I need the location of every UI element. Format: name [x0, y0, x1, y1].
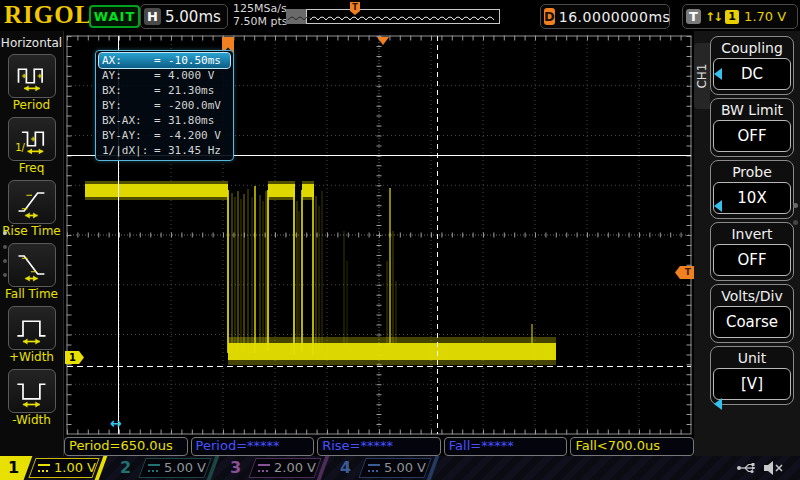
left-measure-menu: Horizontal Period 1/ Freq — [0, 31, 64, 456]
rise-time-button[interactable] — [8, 180, 56, 224]
cursor-bx-line[interactable] — [437, 36, 438, 434]
preview-squiggle — [286, 9, 500, 24]
cursor-drag-icon[interactable]: ↔ — [110, 415, 122, 431]
channel1-indicator[interactable]: 1 1.00 V — [0, 456, 108, 480]
channel2-number: 2 — [120, 458, 131, 478]
cursor-measurement-panel: AX: = -10.50ms AY: = 4.000 V BX: = 21.30… — [95, 50, 234, 161]
channel4-number: 4 — [340, 458, 351, 478]
freq-label: Freq — [0, 161, 63, 176]
channel-menu-tab: CH1 — [694, 43, 710, 109]
cursor-row-ay: AY: = 4.000 V — [99, 68, 230, 83]
channel1-number: 1 — [8, 458, 19, 478]
cursor-row-freq: 1/|dX|: = 31.45 Hz — [99, 143, 230, 158]
measurement-rise[interactable]: Rise=***** — [317, 437, 441, 456]
cursor-row-bxax: BX-AX: = 31.80ms — [99, 113, 230, 128]
rise-time-label: Rise Time — [0, 224, 63, 239]
period-button[interactable] — [8, 54, 56, 98]
menu-item-bw-limit[interactable]: BW Limit OFF — [710, 98, 794, 157]
graticule: ↔ T 1 AX: = -10.50ms AY: = 4.000 V BX: =… — [64, 31, 694, 437]
channel3-indicator[interactable]: 3 2.00 V — [222, 456, 328, 480]
dc-coupling-icon — [258, 464, 270, 472]
channel4-scale: 5.00 V — [384, 460, 426, 476]
speaker-muted-icon — [763, 460, 785, 480]
measurement-period1[interactable]: Period=650.0us — [64, 437, 188, 456]
trigger-level-value: 1.70 V — [744, 9, 786, 24]
cursor-row-byay: BY-AY: = -4.200 V — [99, 128, 230, 143]
dc-coupling-icon — [368, 464, 380, 472]
channel1-scale: 1.00 V — [54, 460, 96, 476]
cursor-row-by: BY: = -200.0mV — [99, 98, 230, 113]
channel3-number: 3 — [230, 458, 241, 478]
channel2-indicator[interactable]: 2 5.00 V — [112, 456, 218, 480]
trigger-key-icon: T — [686, 9, 701, 24]
timebase-value: 5.00ms — [165, 8, 221, 26]
freq-button[interactable]: 1/ — [8, 117, 56, 161]
trigger-readout[interactable]: T ↑↓ 1 1.70 V — [682, 4, 798, 29]
fall-time-icon — [14, 248, 50, 282]
menu-item-probe[interactable]: Probe 10X — [710, 160, 794, 219]
expand-arrow-icon — [714, 68, 722, 80]
delay-value: 16.0000000ms — [559, 9, 671, 25]
dc-coupling-icon — [148, 464, 160, 472]
h-key-icon: H — [144, 8, 161, 25]
acquisition-info: 125MSa/s 7.50M pts — [233, 2, 288, 28]
top-status-bar: RIGOL WAIT H 5.00ms 125MSa/s 7.50M pts T… — [0, 0, 800, 31]
pos-width-button[interactable] — [8, 306, 56, 350]
waveform-preview-bar[interactable]: T — [286, 9, 500, 24]
dc-coupling-icon — [38, 464, 50, 472]
pos-width-icon — [14, 311, 50, 345]
fall-time-button[interactable] — [8, 243, 56, 287]
neg-width-icon — [14, 374, 50, 408]
expand-arrow-icon — [714, 398, 722, 410]
pos-width-label: +Width — [0, 350, 63, 365]
menu-item-coupling[interactable]: Coupling DC — [710, 36, 794, 95]
left-menu-page-dots — [3, 231, 7, 287]
cursor-row-bx: BX: = 21.30ms — [99, 83, 230, 98]
usb-icon — [736, 460, 760, 480]
rise-time-icon — [14, 185, 50, 219]
channel3-scale: 2.00 V — [274, 460, 316, 476]
trigger-position-icon[interactable] — [377, 37, 389, 45]
cursor-row-ax: AX: = -10.50ms — [99, 53, 230, 68]
measurement-period2[interactable]: Period=***** — [191, 437, 315, 456]
expand-arrow-icon — [714, 200, 722, 212]
svg-text:1/: 1/ — [15, 142, 25, 153]
fall-time-label: Fall Time — [0, 287, 63, 302]
freq-icon: 1/ — [14, 122, 50, 156]
measurement-fall[interactable]: Fall=***** — [444, 437, 568, 456]
delay-readout[interactable]: D 16.0000000ms — [540, 4, 670, 29]
run-status-badge: WAIT — [89, 5, 140, 28]
rigol-logo: RIGOL — [4, 1, 92, 29]
channel-status-bar: 1 1.00 V 2 5.00 V 3 2.00 V 4 5.00 V — [0, 456, 800, 480]
neg-width-button[interactable] — [8, 369, 56, 413]
sample-rate: 125MSa/s — [233, 2, 288, 15]
measurement-bar: Period=650.0us Period=***** Rise=***** F… — [64, 437, 694, 456]
channel2-scale: 5.00 V — [164, 460, 206, 476]
oscilloscope-screen: RIGOL WAIT H 5.00ms 125MSa/s 7.50M pts T… — [0, 0, 800, 480]
channel-menu: CH1 Coupling DC BW Limit OFF Probe 10X I… — [694, 31, 800, 456]
trigger-slope-icon: ↑↓ — [705, 10, 721, 24]
menu-item-volts-div[interactable]: Volts/Div Coarse — [710, 284, 794, 343]
channel4-indicator[interactable]: 4 5.00 V — [332, 456, 438, 480]
period-label: Period — [0, 98, 63, 113]
menu-item-unit[interactable]: Unit [V] — [710, 346, 794, 405]
left-menu-title: Horizontal — [0, 31, 63, 50]
menu-item-invert[interactable]: Invert OFF — [710, 222, 794, 281]
trigger-source-icon: 1 — [725, 10, 739, 24]
delay-key-icon: D — [544, 8, 555, 25]
horizontal-scale-readout[interactable]: H 5.00ms — [140, 4, 228, 29]
memory-depth: 7.50M pts — [233, 15, 288, 28]
measurement-fall-limit[interactable]: Fall<700.0us — [570, 437, 694, 456]
period-icon — [14, 59, 50, 93]
cursor-by-line[interactable] — [67, 366, 691, 367]
neg-width-label: -Width — [0, 413, 63, 428]
